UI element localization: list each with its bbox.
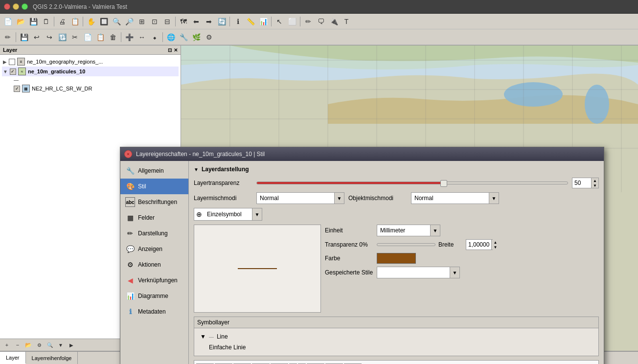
layermischmodi-arrow[interactable]: ▼: [334, 193, 344, 204]
refresh-btn[interactable]: 🔄: [216, 16, 228, 27]
pan-map-btn[interactable]: 🗺: [178, 16, 189, 27]
nav-item-metadaten[interactable]: ℹ Metadaten: [120, 304, 188, 319]
save-as-btn[interactable]: 🗒: [40, 16, 52, 27]
copy-btn[interactable]: 📄: [82, 31, 93, 43]
layer-props-btn[interactable]: ⚙: [34, 340, 44, 350]
window-controls[interactable]: [4, 3, 28, 10]
nav-item-diagramme[interactable]: 📊 Diagramme: [120, 288, 188, 304]
breite-up-btn[interactable]: ▲: [492, 240, 499, 245]
nav-item-stil[interactable]: 🎨 Stil: [120, 179, 188, 194]
nav-item-verknuepfungen[interactable]: ◀ Verknüpfungen: [120, 273, 188, 288]
pan-btn[interactable]: ✋: [85, 16, 97, 27]
select-rect-btn[interactable]: ⬜: [286, 16, 298, 27]
layer-filter-btn[interactable]: 🔍: [45, 340, 55, 350]
measure-btn[interactable]: 📏: [245, 16, 256, 27]
zoom-selection-btn[interactable]: ⊟: [161, 16, 173, 27]
symbol-type-arrow[interactable]: ▼: [252, 208, 262, 220]
panel-controls[interactable]: ⊡ ✕: [168, 47, 178, 53]
list-item[interactable]: ✓ ▦ NE2_HR_LC_SR_W_DR: [2, 84, 179, 93]
new-project-btn[interactable]: 📄: [2, 16, 14, 27]
nav-item-allgemein[interactable]: 🔧 Allgemein: [120, 163, 188, 179]
open-layer-btn[interactable]: 📂: [23, 340, 33, 350]
globe-btn[interactable]: 🌐: [165, 31, 177, 43]
select-btn[interactable]: 🔲: [98, 16, 110, 27]
layer-properties-dialog[interactable]: × Layereigenschaften - ne_10m_graticules…: [120, 147, 604, 364]
text-btn[interactable]: T: [341, 16, 352, 27]
annotate-btn[interactable]: 🗨: [315, 16, 327, 27]
paste-btn[interactable]: 📋: [94, 31, 106, 43]
layer-expand-btn[interactable]: ▼: [56, 340, 66, 350]
zoom-layer-btn[interactable]: ⊡: [149, 16, 160, 27]
tab-layer[interactable]: Layer: [0, 352, 26, 364]
nav-item-aktionen[interactable]: ⚙ Aktionen: [120, 257, 188, 273]
panel-dock-icon[interactable]: ⊡: [168, 47, 172, 53]
minimize-button[interactable]: [13, 3, 19, 10]
cursor-btn[interactable]: ↖: [273, 16, 285, 27]
expand-icon[interactable]: ▶: [3, 59, 7, 65]
gespeicherte-stile-arrow[interactable]: ▼: [450, 267, 459, 278]
transparency-down-btn[interactable]: ▼: [592, 183, 598, 188]
nav-item-anzeigen[interactable]: 💬 Anzeigen: [120, 241, 188, 257]
breite-down-btn[interactable]: ▼: [492, 245, 499, 250]
list-item[interactable]: —: [2, 76, 179, 84]
redo-btn[interactable]: ↪: [44, 31, 55, 43]
add-feature-btn[interactable]: ➕: [123, 31, 135, 43]
transparency-slider-track[interactable]: [256, 182, 568, 184]
objektmischmodi-arrow[interactable]: ▼: [489, 193, 499, 204]
zoom-out-btn[interactable]: 🔎: [123, 16, 135, 27]
grass-btn[interactable]: 🌿: [190, 31, 202, 43]
layer-checkbox[interactable]: [9, 59, 15, 65]
node-tool-btn[interactable]: ⬥: [149, 31, 160, 43]
undo-btn[interactable]: ↩: [31, 31, 43, 43]
gespeicherte-stile-dropdown[interactable]: ▼: [377, 267, 460, 278]
list-item[interactable]: ▼ — Line: [197, 331, 595, 342]
transparency-up-btn[interactable]: ▲: [592, 178, 598, 183]
layermischmodi-dropdown[interactable]: Normal ▼: [256, 192, 344, 204]
list-item[interactable]: Einfache Linie: [197, 342, 595, 353]
move-feature-btn[interactable]: ↔: [136, 31, 148, 43]
add-layer-btn[interactable]: +: [2, 340, 12, 350]
layer-checkbox[interactable]: ✓: [10, 68, 16, 75]
pencil-btn[interactable]: ✏: [2, 31, 14, 43]
processing-btn[interactable]: ⚙: [203, 31, 215, 43]
rotate-btn[interactable]: 🔃: [56, 31, 68, 43]
zoom-next-btn[interactable]: ➡: [203, 16, 215, 27]
transparency-slider-thumb[interactable]: [440, 180, 447, 187]
open-btn[interactable]: 📂: [15, 16, 26, 27]
layer-checkbox[interactable]: ✓: [14, 86, 20, 92]
remove-layer-btn[interactable]: −: [13, 340, 23, 350]
layer-collapse-btn[interactable]: ▶: [67, 340, 76, 350]
plugin2-btn[interactable]: 🔧: [178, 31, 189, 43]
maximize-button[interactable]: [22, 3, 28, 10]
identify-btn[interactable]: ℹ: [232, 16, 244, 27]
nav-item-darstellung[interactable]: ✏ Darstellung: [120, 226, 188, 241]
print-composer-btn[interactable]: 📋: [69, 16, 81, 27]
save-layer-btn[interactable]: 💾: [18, 31, 30, 43]
cut-btn[interactable]: ✂: [69, 31, 81, 43]
list-item[interactable]: ▼ ✓ ≈ ne_10m_graticules_10: [2, 67, 179, 76]
close-button[interactable]: [4, 3, 10, 10]
tab-layer-order[interactable]: Layerreihenfolge: [26, 352, 78, 364]
delete-btn[interactable]: 🗑: [107, 31, 119, 43]
expand-icon[interactable]: ▼: [3, 69, 8, 74]
symbol-type-dropdown[interactable]: ⊕ Einzelsymbol ▼: [194, 208, 262, 221]
symbol-transparenz-slider[interactable]: [377, 243, 435, 246]
attr-table-btn[interactable]: 📊: [257, 16, 269, 27]
zoom-prev-btn[interactable]: ⬅: [190, 16, 202, 27]
objektmischmodi-dropdown[interactable]: Normal ▼: [411, 192, 499, 204]
zoom-full-btn[interactable]: ⊞: [136, 16, 148, 27]
nav-item-beschriftungen[interactable]: abc Beschriftungen: [120, 194, 188, 210]
farbe-color-picker[interactable]: [377, 253, 416, 264]
einheit-dropdown[interactable]: Millimeter ▼: [377, 225, 440, 236]
plugin-btn[interactable]: 🔌: [328, 16, 340, 27]
einheit-arrow[interactable]: ▼: [430, 225, 440, 236]
nav-item-felder[interactable]: ▦ Felder: [120, 210, 188, 226]
breite-spinbox[interactable]: 1,00000 ▲ ▼: [466, 239, 493, 250]
digitize-btn[interactable]: ✏: [302, 16, 314, 27]
list-item[interactable]: ▶ ≡ ne_10m_geography_regions_...: [2, 57, 179, 67]
panel-close-icon[interactable]: ✕: [174, 47, 178, 53]
line-expand-arrow[interactable]: ▼: [200, 333, 206, 340]
print-btn[interactable]: 🖨: [56, 16, 68, 27]
zoom-in-btn[interactable]: 🔍: [111, 16, 122, 27]
dialog-close-button[interactable]: ×: [124, 150, 132, 158]
